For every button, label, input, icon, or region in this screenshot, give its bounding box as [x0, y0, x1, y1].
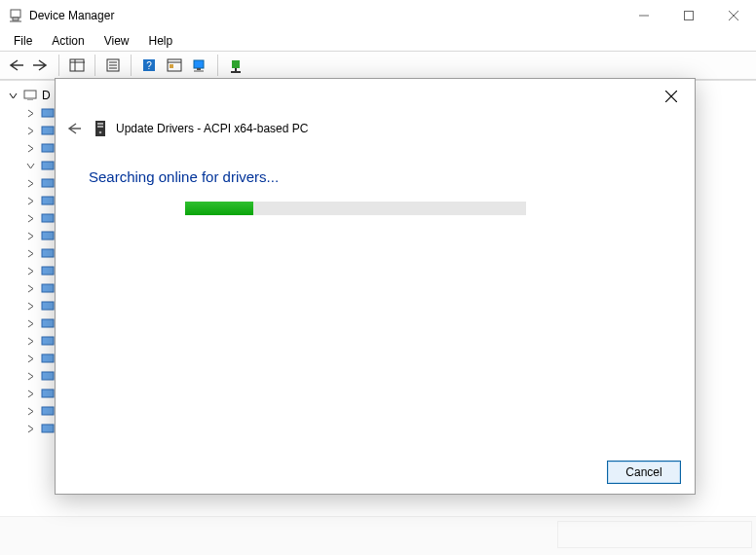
title-bar: Device Manager	[0, 0, 756, 31]
device-category-icon	[40, 193, 56, 208]
device-category-icon	[40, 315, 56, 331]
chevron-right-icon[interactable]	[25, 353, 36, 364]
progress-bar	[185, 202, 526, 215]
nav-forward-button[interactable]	[29, 54, 53, 77]
dialog-header: Update Drivers - ACPI x64-based PC	[65, 120, 308, 137]
svg-rect-0	[11, 10, 20, 18]
chevron-right-icon[interactable]	[25, 178, 36, 189]
svg-rect-43	[42, 389, 54, 397]
dialog-title: Update Drivers - ACPI x64-based PC	[116, 122, 308, 135]
svg-rect-26	[27, 98, 33, 100]
properties-button[interactable]	[101, 54, 125, 77]
svg-rect-40	[42, 337, 54, 345]
tree-node-label: D	[42, 89, 51, 102]
app-icon	[8, 8, 23, 23]
svg-rect-29	[42, 144, 54, 152]
chevron-right-icon[interactable]	[25, 301, 36, 312]
device-category-icon	[40, 175, 56, 191]
status-panel	[557, 521, 752, 548]
svg-rect-22	[232, 60, 240, 68]
chevron-right-icon[interactable]	[25, 424, 36, 434]
chevron-right-icon[interactable]	[25, 126, 36, 136]
svg-rect-4	[685, 12, 694, 20]
svg-rect-1	[13, 18, 19, 20]
device-category-icon	[40, 386, 56, 401]
chevron-down-icon[interactable]	[25, 161, 36, 171]
svg-rect-27	[42, 109, 54, 117]
chevron-right-icon[interactable]	[25, 143, 36, 154]
svg-rect-38	[42, 302, 54, 310]
svg-rect-39	[42, 319, 54, 327]
svg-rect-30	[42, 162, 54, 169]
svg-point-51	[99, 131, 102, 134]
device-category-icon	[40, 245, 56, 261]
chevron-right-icon[interactable]	[25, 266, 36, 277]
update-drivers-dialog: Update Drivers - ACPI x64-based PC Searc…	[55, 78, 696, 495]
help-button[interactable]: ?	[137, 54, 161, 77]
chevron-right-icon[interactable]	[25, 196, 36, 206]
cancel-button[interactable]: Cancel	[607, 461, 681, 484]
maximize-button[interactable]	[666, 0, 711, 31]
chevron-down-icon[interactable]	[8, 91, 19, 101]
add-legacy-hardware-button[interactable]	[224, 54, 247, 77]
svg-rect-36	[42, 267, 54, 275]
show-hide-tree-button[interactable]	[65, 54, 89, 77]
chevron-right-icon[interactable]	[25, 283, 36, 294]
svg-rect-31	[42, 179, 54, 187]
toolbar-button[interactable]	[163, 54, 186, 77]
svg-rect-50	[97, 126, 103, 128]
chevron-right-icon[interactable]	[25, 388, 36, 399]
svg-rect-33	[42, 214, 54, 222]
window-title: Device Manager	[29, 9, 622, 22]
nav-back-button[interactable]	[4, 54, 27, 77]
device-category-icon	[40, 351, 56, 366]
status-bar	[0, 516, 756, 555]
device-category-icon	[40, 298, 56, 314]
toolbar: ?	[0, 51, 756, 80]
back-arrow-icon[interactable]	[65, 120, 83, 137]
dialog-close-button[interactable]	[662, 87, 681, 106]
chevron-right-icon[interactable]	[25, 231, 36, 241]
minimize-button[interactable]	[622, 0, 666, 31]
device-category-icon	[40, 280, 56, 296]
svg-rect-25	[24, 91, 36, 98]
chevron-right-icon[interactable]	[25, 336, 36, 347]
device-category-icon	[40, 158, 56, 173]
chevron-right-icon[interactable]	[25, 371, 36, 382]
svg-rect-41	[42, 354, 54, 362]
close-button[interactable]	[711, 0, 756, 31]
chevron-right-icon[interactable]	[25, 213, 36, 224]
menu-view[interactable]: View	[94, 32, 139, 50]
device-category-icon	[40, 333, 56, 349]
svg-rect-49	[97, 123, 103, 125]
computer-icon	[22, 88, 38, 103]
menu-file[interactable]: File	[4, 32, 42, 50]
svg-rect-19	[194, 60, 204, 68]
svg-rect-32	[42, 197, 54, 204]
svg-rect-7	[70, 59, 84, 71]
toolbar-separator	[131, 55, 132, 76]
chevron-right-icon[interactable]	[25, 406, 36, 417]
svg-rect-44	[42, 407, 54, 415]
toolbar-separator	[94, 55, 95, 76]
menu-bar: File Action View Help	[0, 31, 756, 51]
svg-rect-28	[42, 127, 54, 134]
toolbar-separator	[217, 55, 218, 76]
device-category-icon	[40, 368, 56, 384]
chevron-right-icon[interactable]	[25, 248, 36, 259]
pc-tower-icon	[94, 120, 108, 137]
device-category-icon	[40, 228, 56, 243]
menu-help[interactable]: Help	[139, 32, 183, 50]
progress-fill	[185, 202, 253, 215]
svg-rect-42	[42, 372, 54, 380]
chevron-right-icon[interactable]	[25, 318, 36, 329]
device-category-icon	[40, 105, 56, 121]
svg-rect-35	[42, 249, 54, 257]
scan-hardware-button[interactable]	[188, 54, 211, 77]
device-category-icon	[40, 140, 56, 156]
device-category-icon	[40, 123, 56, 138]
svg-rect-20	[197, 68, 201, 70]
menu-action[interactable]: Action	[42, 32, 94, 50]
chevron-right-icon[interactable]	[25, 108, 36, 119]
svg-text:?: ?	[146, 60, 152, 71]
